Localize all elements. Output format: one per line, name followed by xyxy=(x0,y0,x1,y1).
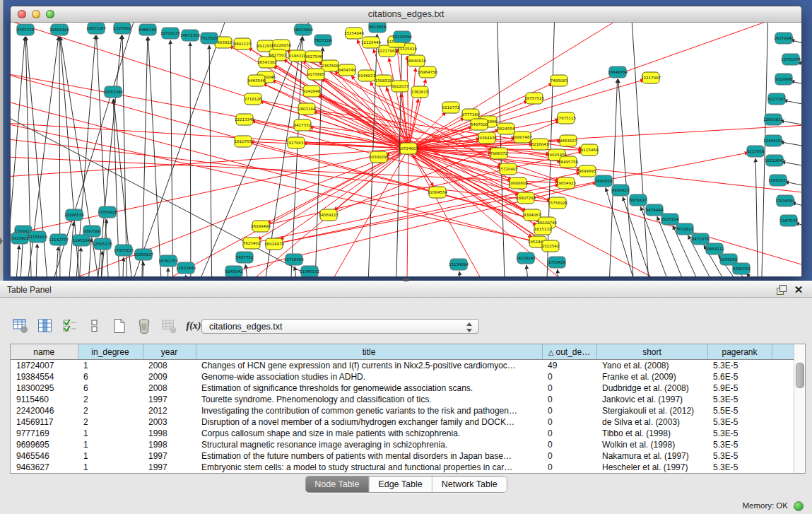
graph-node[interactable]: 8454749 xyxy=(339,64,356,76)
graph-node[interactable]: 9329966 xyxy=(775,74,793,85)
table-cell[interactable] xyxy=(772,428,794,439)
table-cell[interactable]: 0 xyxy=(542,371,596,382)
graph-node[interactable]: 17016504 xyxy=(775,195,795,206)
table-cell[interactable]: 14569117 xyxy=(11,416,78,428)
table-cell[interactable]: Disruption of a novel member of a sodium… xyxy=(196,416,542,428)
table-cell[interactable]: 1998 xyxy=(143,428,196,439)
table-cell[interactable]: 2008 xyxy=(143,382,196,394)
table-cell[interactable]: Jankovic et al. (1997) xyxy=(596,394,707,405)
table-cell[interactable]: 6 xyxy=(78,371,143,382)
table-cell[interactable]: 0 xyxy=(542,450,596,462)
graph-node[interactable]: 16914479 xyxy=(264,238,284,250)
tab-network-table[interactable]: Network Table xyxy=(433,477,507,492)
table-cell[interactable] xyxy=(772,450,794,462)
table-cell[interactable]: 2 xyxy=(78,405,143,416)
graph-node[interactable]: 3824554 xyxy=(498,123,515,134)
graph-node[interactable]: 8813054 xyxy=(369,23,387,33)
graph-node[interactable]: 19654923 xyxy=(556,177,576,189)
column-header-filler[interactable] xyxy=(772,344,794,360)
table-cell[interactable]: Changes of HCN gene expression and I(f) … xyxy=(196,360,542,372)
table-cell[interactable]: 2 xyxy=(78,394,143,405)
column-header-pagerank[interactable]: pagerank xyxy=(707,344,772,360)
graph-node[interactable]: 15716485 xyxy=(284,254,304,265)
table-cell[interactable]: Yano et al. (2008) xyxy=(596,360,707,372)
graph-node[interactable]: 9115460 xyxy=(581,144,599,156)
graph-node[interactable]: 9242848 xyxy=(303,86,321,97)
graph-node[interactable]: 2803144 xyxy=(298,103,316,115)
table-cell[interactable]: 18724007 xyxy=(11,360,78,372)
table-row[interactable]: 1872400712008Changes of HCN gene express… xyxy=(11,360,794,372)
network-graph[interactable]: 1872400776638228601123891295518226058982… xyxy=(11,23,801,276)
table-cell[interactable]: 5.9E-5 xyxy=(707,382,772,394)
table-cell[interactable]: 2009 xyxy=(143,371,196,382)
graph-node[interactable]: 18724007 xyxy=(399,143,418,154)
table-cell[interactable]: 5.3E-5 xyxy=(707,360,772,372)
graph-node[interactable]: 12213349 xyxy=(235,114,254,125)
graph-node[interactable]: 1640954 xyxy=(595,175,613,187)
table-row[interactable]: 1830029562008Estimation of significance … xyxy=(11,382,794,394)
graph-node[interactable]: 9699695 xyxy=(579,165,596,177)
table-row[interactable]: 969969511998Structural magnetic resonanc… xyxy=(11,439,794,450)
graph-node[interactable]: 12142737 xyxy=(49,234,69,245)
show-columns-icon[interactable] xyxy=(36,316,54,336)
table-cell[interactable]: 0 xyxy=(542,394,596,405)
graph-node[interactable]: 7625402 xyxy=(243,238,261,249)
table-cell[interactable]: 5.3E-5 xyxy=(707,439,772,450)
graph-node[interactable]: 1167534 xyxy=(780,215,798,226)
graph-node[interactable]: 15720407 xyxy=(498,163,518,175)
select-columns-icon[interactable] xyxy=(61,316,79,336)
graph-node[interactable]: 16033809 xyxy=(293,24,313,35)
graph-node[interactable]: 9827546 xyxy=(305,51,323,62)
graph-node[interactable]: 15756928 xyxy=(548,197,567,209)
graph-node[interactable]: 9146821 xyxy=(358,70,376,81)
column-header-short[interactable]: short xyxy=(596,344,707,360)
graph-node[interactable]: 16648784 xyxy=(608,66,628,78)
graph-node[interactable]: 8427552 xyxy=(294,119,312,131)
table-row[interactable]: 2242004622012Investigating the contribut… xyxy=(11,405,794,416)
table-cell[interactable]: 2 xyxy=(78,416,143,428)
table-cell[interactable]: 5.3E-5 xyxy=(707,450,772,462)
table-cell[interactable]: 0 xyxy=(542,405,596,416)
graph-node[interactable]: 26099489 xyxy=(251,221,271,232)
table-cell[interactable]: Genome-wide association studies in ADHD. xyxy=(196,371,542,382)
graph-node[interactable]: 11156829 xyxy=(28,231,47,243)
graph-node[interactable]: 10653287 xyxy=(86,23,106,34)
table-cell[interactable]: 5.5E-5 xyxy=(707,405,772,416)
column-header-year[interactable]: year xyxy=(143,344,196,360)
table-cell[interactable]: Estimation of the future numbers of pati… xyxy=(196,450,542,462)
graph-node[interactable]: 20364436 xyxy=(477,132,497,144)
table-cell[interactable]: 1997 xyxy=(143,450,196,462)
tab-node-table[interactable]: Node Table xyxy=(305,477,369,492)
graph-node[interactable]: 8215958 xyxy=(747,146,765,157)
graph-node[interactable]: 16370942 xyxy=(774,33,794,44)
table-cell[interactable]: Corpus callosum shape and size in male p… xyxy=(196,428,542,439)
table-cell[interactable] xyxy=(772,360,794,372)
graph-node[interactable]: 7986372 xyxy=(490,148,508,159)
graph-node[interactable]: 11545132 xyxy=(300,266,319,276)
table-cell[interactable]: de Silva et al. (2003) xyxy=(596,416,707,428)
table-row[interactable]: 946362711997Embryonic stem cells: a mode… xyxy=(11,462,794,473)
column-header-in_degree[interactable]: in_degree xyxy=(78,344,143,360)
column-header-out_de[interactable]: △out_de… xyxy=(542,344,596,360)
graph-node[interactable]: 20053346 xyxy=(103,86,123,98)
graph-node[interactable]: 17957223 xyxy=(114,245,134,256)
graph-node[interactable]: 16782753 xyxy=(158,255,178,267)
graph-node[interactable]: 1327602 xyxy=(114,23,131,34)
table-cell[interactable]: 1998 xyxy=(143,439,196,450)
graph-node[interactable]: 8938923 xyxy=(612,185,630,196)
function-builder-icon[interactable]: f(x) xyxy=(184,316,203,336)
table-cell[interactable]: Dudbridge et al. (2008) xyxy=(596,382,707,394)
graph-node[interactable]: 1810755 xyxy=(235,136,252,147)
graph-node[interactable]: 17975115 xyxy=(556,112,576,124)
graph-node[interactable]: 16964756 xyxy=(418,66,437,78)
column-header-name[interactable]: name xyxy=(11,344,78,360)
graph-node[interactable]: 6879197 xyxy=(630,194,647,206)
column-header-title[interactable]: title xyxy=(196,344,542,360)
left-splitter[interactable] xyxy=(0,0,4,281)
graph-node[interactable]: 7485083 xyxy=(551,75,568,86)
table-cell[interactable]: 9699695 xyxy=(11,439,78,450)
tab-edge-table[interactable]: Edge Table xyxy=(369,477,432,492)
graph-node[interactable]: 1362615 xyxy=(411,86,429,98)
graph-node[interactable]: 14136141 xyxy=(516,252,536,264)
table-cell[interactable] xyxy=(772,439,794,450)
